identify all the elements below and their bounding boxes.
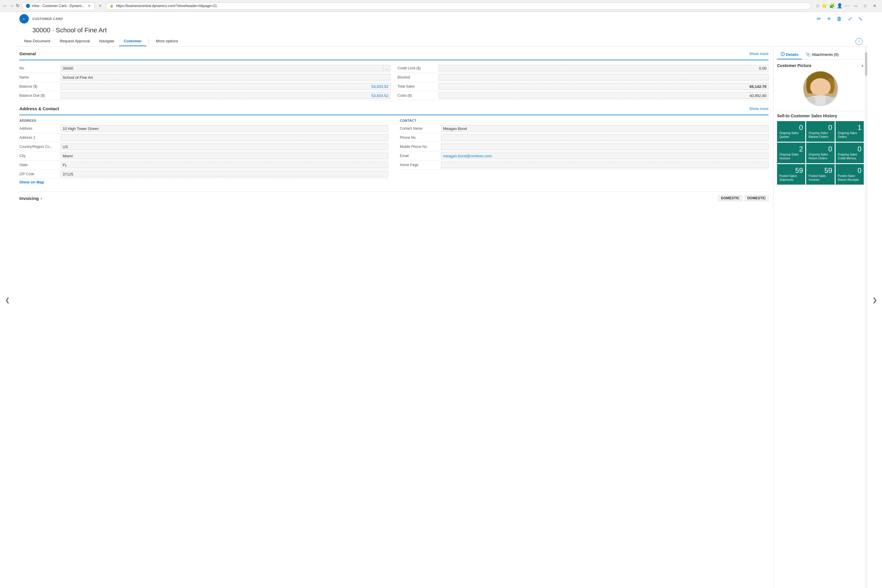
- sales-tile-posted-return-receipts[interactable]: 0 Posted SalesReturn Receipts: [836, 164, 864, 184]
- lock-icon: 🔒: [110, 4, 114, 8]
- tab-navigate[interactable]: Navigate: [94, 36, 119, 46]
- zip-field-row: ZIP Code 37125: [20, 170, 388, 179]
- address-sub-header: ADDRESS: [20, 119, 388, 122]
- edit-button[interactable]: ✏: [817, 16, 821, 22]
- page-label: CUSTOMER CARD: [32, 17, 63, 21]
- mobile-label: Mobile Phone No.: [400, 145, 441, 149]
- nav-next-button[interactable]: ❯: [867, 12, 882, 588]
- sales-tile-posted-shipments-number: 59: [779, 167, 803, 174]
- city-value: Miami: [61, 153, 388, 159]
- no-lookup-button[interactable]: ...: [383, 65, 390, 72]
- email-label: Email: [400, 154, 441, 158]
- contact-name-value: Meagan Bond: [441, 125, 768, 132]
- sales-tile-invoices-label: Ongoing SalesInvoices: [779, 153, 803, 160]
- tab-more-options[interactable]: More options: [152, 36, 183, 46]
- right-tab-details[interactable]: ⓘ Details: [777, 50, 802, 59]
- settings-button[interactable]: ⋯: [844, 3, 849, 9]
- sales-tile-invoices[interactable]: 2 Ongoing SalesInvoices: [777, 142, 805, 163]
- invoicing-label: Invoicing: [20, 196, 39, 201]
- total-sales-value: 65,142.70: [439, 83, 768, 90]
- browser-tab[interactable]: View - Customer Card - Dynami... ✕: [22, 2, 94, 9]
- sales-tile-posted-return-receipts-number: 0: [838, 167, 861, 174]
- right-tab-attachments[interactable]: 📎 Attachments (0): [802, 50, 842, 59]
- expand-button[interactable]: ⤢: [848, 16, 852, 22]
- browser-nav-controls[interactable]: ← → ↻: [3, 3, 20, 9]
- refresh-button[interactable]: ↻: [16, 3, 20, 9]
- collapse-button[interactable]: ⤡: [858, 16, 862, 22]
- address-field-row: Address 10 High Tower Green: [20, 124, 388, 133]
- country-field-row: Country/Region Co... US: [20, 142, 388, 152]
- window-controls: — □ ✕: [851, 2, 879, 10]
- balance-due-value: 53,833.52: [61, 92, 390, 99]
- phone-value: [441, 134, 768, 141]
- sales-tile-posted-invoices-label: Posted SalesInvoices: [808, 174, 832, 182]
- address-bar[interactable]: 🔒 https://businesscentral.dynamics.com/?…: [106, 2, 811, 9]
- sales-tile-posted-invoices[interactable]: 59 Posted SalesInvoices: [806, 164, 834, 184]
- invoicing-badge-2: DOMESTIC: [745, 195, 768, 201]
- country-value: US: [61, 144, 388, 150]
- scrollbar-track: [865, 46, 867, 588]
- customer-picture-title: Customer Picture: [777, 63, 812, 68]
- close-button[interactable]: ✕: [870, 2, 879, 10]
- tab-close-icon[interactable]: ✕: [88, 4, 91, 8]
- city-field-row: City Miami: [20, 152, 388, 160]
- tab-favicon: [26, 4, 30, 8]
- tab-customer[interactable]: Customer: [119, 36, 146, 46]
- add-button[interactable]: +: [827, 15, 831, 22]
- new-tab-button[interactable]: +: [97, 3, 103, 9]
- avatar-face-skin: [810, 78, 831, 95]
- zip-value: 37125: [61, 171, 388, 177]
- avatar-bg: [804, 72, 838, 105]
- sales-tile-return-orders[interactable]: 0 Ongoing SalesReturn Orders: [806, 142, 834, 163]
- address-show-more[interactable]: Show more: [749, 106, 768, 111]
- sales-tile-posted-shipments[interactable]: 59 Posted SalesShipments: [777, 164, 805, 184]
- total-sales-label: Total Sales: [398, 84, 439, 88]
- no-value: 30000: [61, 65, 383, 72]
- avatar-shoulder-right: [825, 97, 838, 105]
- city-label: City: [20, 154, 61, 158]
- address2-field-row: Address 2: [20, 133, 388, 142]
- collections-button[interactable]: ⭐: [821, 3, 827, 9]
- nav-prev-button[interactable]: ❮: [0, 12, 15, 588]
- balance-due-field-row: Balance Due ($) 53,833.52: [20, 91, 390, 100]
- name-field-row: Name School of Fine Art: [20, 73, 390, 82]
- browser-chrome: ← → ↻ View - Customer Card - Dynami... ✕…: [0, 0, 882, 12]
- tab-title: View - Customer Card - Dynami...: [32, 4, 84, 8]
- credit-limit-value: 0.00: [439, 65, 768, 72]
- back-button[interactable]: ←: [20, 14, 29, 24]
- star-button[interactable]: ☆: [816, 3, 820, 9]
- sales-history-title: Sell-to Customer Sales History: [777, 114, 864, 118]
- sales-tile-orders[interactable]: 1 Ongoing SalesOrders: [836, 121, 864, 142]
- header-top: ← CUSTOMER CARD ✏ + 🗑 ⤢ ⤡: [20, 14, 862, 25]
- right-panel: ⓘ Details 📎 Attachments (0) Customer Pic…: [773, 46, 867, 588]
- invoicing-chevron: ›: [40, 196, 42, 201]
- back-button[interactable]: ←: [3, 3, 8, 9]
- delete-button[interactable]: 🗑: [837, 16, 842, 22]
- sales-tile-quotes[interactable]: 0 Ongoing SalesQuotes: [777, 121, 805, 142]
- right-tab-details-label: Details: [786, 52, 798, 57]
- url-text: https://businesscentral.dynamics.com/?sh…: [116, 4, 217, 8]
- tab-new-document[interactable]: New Document: [20, 36, 55, 46]
- email-value: meagan.bond@contoso.com: [441, 153, 768, 159]
- show-on-map-button[interactable]: Show on Map: [20, 179, 44, 186]
- homepage-field-row: Home Page: [400, 160, 768, 170]
- sales-tile-blanket-orders[interactable]: 0 Ongoing SalesBlanket Orders: [806, 121, 834, 142]
- invoicing-header[interactable]: Invoicing › DOMESTIC DOMESTIC: [20, 195, 768, 201]
- avatar-container: [777, 71, 864, 106]
- scrollbar-thumb[interactable]: [865, 52, 867, 76]
- name-label: Name: [20, 75, 61, 80]
- maximize-button[interactable]: □: [861, 2, 870, 10]
- extensions-button[interactable]: 🧩: [829, 3, 835, 9]
- sales-tile-blanket-label: Ongoing SalesBlanket Orders: [808, 131, 832, 139]
- minimize-button[interactable]: —: [851, 2, 860, 10]
- general-show-more[interactable]: Show more: [749, 51, 768, 56]
- forward-button[interactable]: →: [9, 3, 14, 9]
- profile-button[interactable]: 👤: [837, 3, 843, 9]
- customer-picture-chevron[interactable]: ∨: [861, 63, 864, 68]
- content-body: General Show more No. 30000 ...: [15, 46, 867, 588]
- info-button[interactable]: i: [855, 38, 862, 45]
- tab-request-approval[interactable]: Request Approval: [55, 36, 94, 46]
- sales-tile-credit-memos[interactable]: 0 Ongoing SalesCredit Memos: [836, 142, 864, 163]
- homepage-label: Home Page: [400, 163, 441, 167]
- general-title: General: [20, 51, 36, 56]
